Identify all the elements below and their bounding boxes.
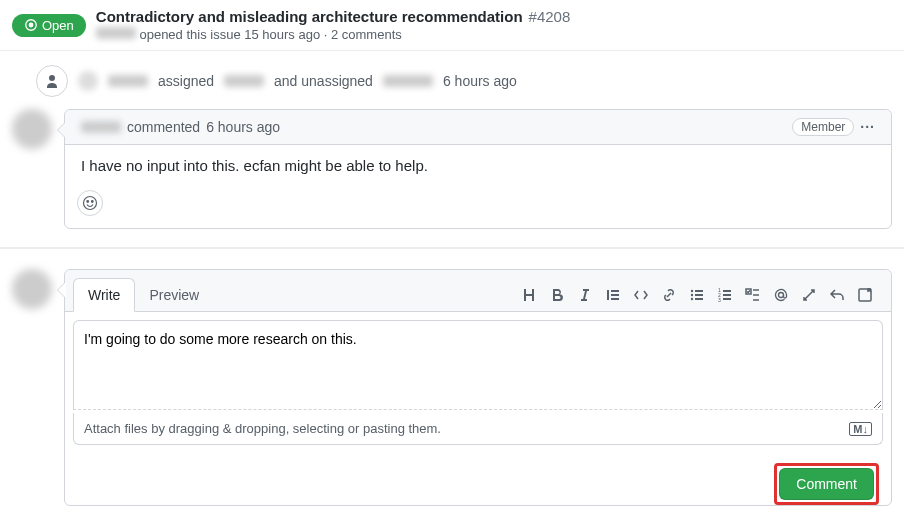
header-text: Contradictory and misleading architectur… bbox=[96, 8, 892, 42]
status-text: Open bbox=[42, 18, 74, 33]
svg-point-3 bbox=[87, 201, 89, 203]
comment-time[interactable]: 6 hours ago bbox=[206, 119, 280, 135]
event-unassigned: and unassigned bbox=[274, 73, 373, 89]
editor-body: Attach files by dragging & dropping, sel… bbox=[65, 312, 891, 453]
kebab-icon[interactable]: ··· bbox=[860, 119, 875, 135]
svg-point-5 bbox=[691, 289, 693, 291]
svg-point-7 bbox=[691, 297, 693, 299]
tab-write[interactable]: Write bbox=[73, 278, 135, 312]
smiley-icon bbox=[82, 195, 98, 211]
event-time: 6 hours ago bbox=[443, 73, 517, 89]
comment-button[interactable]: Comment bbox=[779, 468, 874, 500]
event-assigned: assigned bbox=[158, 73, 214, 89]
comment-textarea[interactable] bbox=[73, 320, 883, 410]
comment-body: I have no input into this. ecfan might b… bbox=[65, 145, 891, 186]
attach-text: Attach files by dragging & dropping, sel… bbox=[84, 421, 441, 436]
svg-point-4 bbox=[92, 201, 94, 203]
issue-title[interactable]: Contradictory and misleading architectur… bbox=[96, 8, 523, 25]
person-icon bbox=[44, 73, 60, 89]
subtitle-text: opened this issue 15 hours ago · 2 comme… bbox=[139, 27, 401, 42]
tasklist-icon[interactable] bbox=[745, 287, 761, 303]
editor-footer: Comment bbox=[65, 453, 891, 505]
avatar bbox=[78, 71, 98, 91]
comment-card: commented 6 hours ago Member ··· I have … bbox=[64, 109, 892, 229]
ol-icon[interactable]: 123 bbox=[717, 287, 733, 303]
markdown-icon[interactable]: M↓ bbox=[849, 422, 872, 436]
issue-subtitle: opened this issue 15 hours ago · 2 comme… bbox=[96, 27, 892, 42]
svg-point-6 bbox=[691, 293, 693, 295]
link-icon[interactable] bbox=[661, 287, 677, 303]
new-comment-block: Write Preview 123 bbox=[0, 247, 904, 523]
commented-label: commented bbox=[127, 119, 200, 135]
user-blur bbox=[108, 75, 148, 87]
svg-point-1 bbox=[29, 23, 33, 27]
quote-icon[interactable] bbox=[605, 287, 621, 303]
user-blur bbox=[224, 75, 264, 87]
bold-icon[interactable] bbox=[549, 287, 565, 303]
author-blur bbox=[96, 27, 136, 39]
comment-button-highlight: Comment bbox=[774, 463, 879, 505]
reply-icon[interactable] bbox=[829, 287, 845, 303]
ul-icon[interactable] bbox=[689, 287, 705, 303]
add-reaction-button[interactable] bbox=[77, 190, 103, 216]
editor-tabs: Write Preview 123 bbox=[65, 270, 891, 312]
reaction-row bbox=[65, 186, 891, 228]
member-badge: Member bbox=[792, 118, 854, 136]
svg-point-2 bbox=[84, 197, 97, 210]
cross-reference-icon[interactable] bbox=[801, 287, 817, 303]
svg-point-12 bbox=[779, 292, 784, 297]
svg-text:3: 3 bbox=[718, 297, 721, 303]
mention-icon[interactable] bbox=[773, 287, 789, 303]
issue-open-icon bbox=[24, 18, 38, 32]
self-avatar[interactable] bbox=[12, 269, 52, 309]
attach-row[interactable]: Attach files by dragging & dropping, sel… bbox=[73, 413, 883, 445]
issue-header: Open Contradictory and misleading archit… bbox=[0, 0, 904, 51]
timeline: assigned and unassigned 6 hours ago comm… bbox=[0, 51, 904, 523]
heading-icon[interactable] bbox=[521, 287, 537, 303]
issue-number: #4208 bbox=[529, 8, 571, 25]
code-icon[interactable] bbox=[633, 287, 649, 303]
assignment-event: assigned and unassigned 6 hours ago bbox=[0, 61, 904, 109]
commenter-avatar[interactable] bbox=[12, 109, 52, 149]
editor-card: Write Preview 123 bbox=[64, 269, 892, 506]
tab-preview[interactable]: Preview bbox=[135, 279, 213, 311]
avatar-column bbox=[12, 269, 52, 506]
italic-icon[interactable] bbox=[577, 287, 593, 303]
commenter-name-blur bbox=[81, 121, 121, 133]
status-badge: Open bbox=[12, 14, 86, 37]
user-blur bbox=[383, 75, 433, 87]
editor-toolbar: 123 bbox=[521, 287, 883, 303]
person-icon-wrap bbox=[36, 65, 68, 97]
saved-reply-icon[interactable] bbox=[857, 287, 873, 303]
avatar-column bbox=[12, 109, 52, 229]
comment-block: commented 6 hours ago Member ··· I have … bbox=[0, 109, 904, 247]
comment-header: commented 6 hours ago Member ··· bbox=[65, 110, 891, 145]
